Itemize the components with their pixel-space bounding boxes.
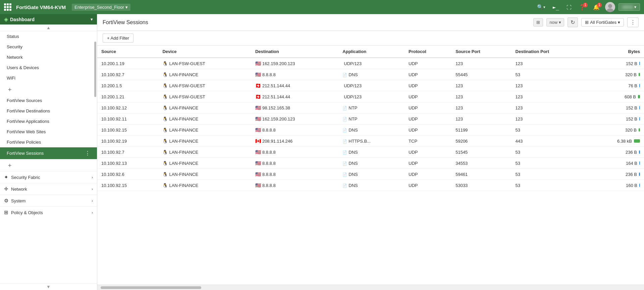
cell-source: 10.100.92.6 — [97, 169, 158, 180]
cell-dst-port: 123 — [512, 102, 588, 113]
sidebar-group-policy-objects[interactable]: ⊞ Policy & Objects › — [0, 206, 97, 218]
dest-flag-icon: 🇺🇸 — [255, 127, 261, 133]
add-widget-button[interactable]: ＋ — [0, 83, 97, 95]
cell-dst-port: 123 — [512, 91, 588, 102]
cell-src-port: 123 — [451, 113, 511, 125]
avatar[interactable] — [605, 2, 615, 12]
dashboard-section-header[interactable]: ◈ Dashboard ▾ — [0, 14, 97, 25]
table-row[interactable]: 10.100.92.15 🐧LAN-FINANCE 🇺🇸8.8.8.8 📄DNS… — [97, 180, 644, 191]
sidebar-item-users-devices[interactable]: Users & Devices — [0, 62, 97, 73]
cell-device: 🐧LAN-FINANCE — [158, 147, 251, 158]
col-device: Device — [158, 46, 251, 58]
fortiview-items: FortiView Sources FortiView Destinations… — [0, 95, 97, 159]
cell-bytes: 152 B — [588, 113, 644, 125]
app-type-icon: 📄 — [342, 106, 347, 110]
sidebar-group-system[interactable]: ⚙ System › — [0, 195, 97, 206]
sidebar-item-security[interactable]: Security — [0, 42, 97, 52]
table-row[interactable]: 10.200.1.19 🐧LAN-FSW-GUEST 🇺🇸162.159.200… — [97, 58, 644, 69]
device-linux-icon: 🐧 — [162, 150, 168, 155]
page-title: FortiView Sessions — [103, 19, 530, 26]
view-icon-button[interactable]: ⊞ — [533, 18, 543, 27]
cell-application: 📄NTP — [338, 102, 405, 113]
dashboard-expand-icon[interactable]: ▾ — [91, 17, 93, 22]
cell-application: UDP/123 — [338, 91, 405, 102]
all-fortigates-dropdown[interactable]: ⊞ All FortiGates ▾ — [581, 18, 624, 27]
sidebar-item-fortiview-websites[interactable]: FortiView Web Sites — [0, 127, 97, 137]
bytes-value: 6.38 kB — [617, 139, 632, 144]
sessions-table-container[interactable]: Source Device Destination Application Pr… — [97, 46, 644, 285]
cell-destination: 🇺🇸8.8.8.8 — [251, 169, 338, 180]
more-options-button[interactable]: ⋮ — [627, 17, 639, 27]
sidebar-item-status[interactable]: Status — [0, 31, 97, 42]
cell-device: 🐧LAN-FSW-GUEST — [158, 80, 251, 91]
bytes-value: 608 B — [625, 94, 636, 99]
dashboard-label: Dashboard — [10, 17, 35, 22]
cell-src-port: 53033 — [451, 180, 511, 191]
search-button[interactable]: 🔍▾ — [535, 3, 547, 11]
table-row[interactable]: 10.100.92.7 🐧LAN-FINANCE 🇺🇸8.8.8.8 📄DNS … — [97, 147, 644, 158]
cell-dst-port: 123 — [512, 80, 588, 91]
add-fortiview-button[interactable]: ＋ — [0, 159, 97, 171]
fullscreen-button[interactable]: ⛶ — [565, 3, 574, 11]
h-scroll-thumb[interactable] — [101, 286, 201, 289]
cell-device: 🐧LAN-FINANCE — [158, 180, 251, 191]
table-row[interactable]: 10.100.92.7 🐧LAN-FINANCE 🇺🇸8.8.8.8 📄DNS … — [97, 69, 644, 80]
device-linux-icon: 🐧 — [162, 128, 168, 133]
sidebar-item-fortiview-applications[interactable]: FortiView Applications — [0, 116, 97, 127]
app-type-icon: 📄 — [342, 117, 347, 121]
notifications-button[interactable]: 🔔 1 — [591, 3, 602, 12]
now-dropdown-button[interactable]: now ▾ — [546, 18, 564, 27]
sessions-table: Source Device Destination Application Pr… — [97, 46, 644, 191]
fortiview-sessions-options-icon[interactable]: ⋮ — [85, 150, 90, 156]
cell-protocol: UDP — [405, 147, 451, 158]
sidebar-item-network[interactable]: Network — [0, 52, 97, 62]
horizontal-scrollbar[interactable] — [97, 285, 644, 290]
table-row[interactable]: 10.100.92.6 🐧LAN-FINANCE 🇺🇸8.8.8.8 📄DNS … — [97, 169, 644, 180]
device-linux-icon: 🐧 — [162, 116, 168, 122]
cell-source: 10.100.92.15 — [97, 180, 158, 191]
app-grid-icon[interactable] — [4, 3, 11, 11]
bytes-bar — [639, 128, 640, 132]
bytes-bar — [639, 106, 640, 109]
table-row[interactable]: 10.200.1.21 🐧LAN-FSW-GUEST 🇨🇭212.51.144.… — [97, 91, 644, 102]
cell-dst-port: 53 — [512, 180, 588, 191]
device-selector[interactable]: Enterprise_Second_Floor ▾ — [72, 4, 130, 11]
terminal-button[interactable]: ►_ — [551, 3, 561, 12]
refresh-button[interactable]: ↻ — [568, 17, 578, 27]
filter-bar: + Add Filter — [97, 31, 644, 46]
sidebar-item-fortiview-policies[interactable]: FortiView Policies — [0, 137, 97, 147]
sidebar-item-wifi[interactable]: WiFi — [0, 73, 97, 83]
sidebar-item-fortiview-sources[interactable]: FortiView Sources — [0, 95, 97, 106]
cell-bytes: 236 B — [588, 147, 644, 158]
more-options-icon: ⋮ — [630, 19, 636, 25]
cell-bytes: 152 B — [588, 58, 644, 69]
table-row[interactable]: 10.200.1.5 🐧LAN-FSW-GUEST 🇨🇭212.51.144.4… — [97, 80, 644, 91]
sidebar-group-security-fabric[interactable]: ✦ Security Fabric › — [0, 171, 97, 183]
cell-protocol: UDP — [405, 180, 451, 191]
cell-source: 10.100.92.7 — [97, 147, 158, 158]
cell-device: 🐧LAN-FINANCE — [158, 136, 251, 147]
fortiview-destinations-label: FortiView Destinations — [7, 108, 50, 113]
sidebar-scroll-up[interactable]: ▲ — [0, 25, 97, 31]
table-row[interactable]: 10.100.92.11 🐧LAN-FINANCE 🇺🇸162.159.200.… — [97, 113, 644, 125]
filter-search-input[interactable] — [136, 34, 639, 42]
dest-flag-icon: 🇺🇸 — [255, 160, 261, 166]
sidebar-item-fortiview-sessions[interactable]: FortiView Sessions ⋮ — [0, 147, 97, 159]
cell-device: 🐧LAN-FINANCE — [158, 169, 251, 180]
table-row[interactable]: 10.100.92.13 🐧LAN-FINANCE 🇺🇸8.8.8.8 📄DNS… — [97, 158, 644, 169]
table-row[interactable]: 10.100.92.15 🐧LAN-FINANCE 🇺🇸8.8.8.8 📄DNS… — [97, 125, 644, 136]
cell-device: 🐧LAN-FINANCE — [158, 113, 251, 125]
help-button[interactable]: ❓ 1 — [577, 3, 588, 12]
sidebar-group-network[interactable]: ✛ Network › — [0, 183, 97, 195]
sidebar-item-fortiview-destinations[interactable]: FortiView Destinations — [0, 106, 97, 116]
add-filter-button[interactable]: + Add Filter — [103, 34, 133, 43]
sidebar-scroll-down[interactable]: ▼ — [0, 283, 97, 290]
fortiview-sources-label: FortiView Sources — [7, 98, 42, 103]
table-row[interactable]: 10.100.92.19 🐧LAN-FINANCE 🇨🇦208.91.114.2… — [97, 136, 644, 147]
user-menu-button[interactable]: admin ▾ — [619, 3, 640, 11]
cell-destination: 🇺🇸8.8.8.8 — [251, 147, 338, 158]
sidebar-scrollbar[interactable] — [94, 42, 96, 97]
table-row[interactable]: 10.100.92.12 🐧LAN-FINANCE 🇺🇸98.152.165.3… — [97, 102, 644, 113]
cell-dst-port: 53 — [512, 158, 588, 169]
device-linux-icon: 🐧 — [162, 139, 168, 144]
